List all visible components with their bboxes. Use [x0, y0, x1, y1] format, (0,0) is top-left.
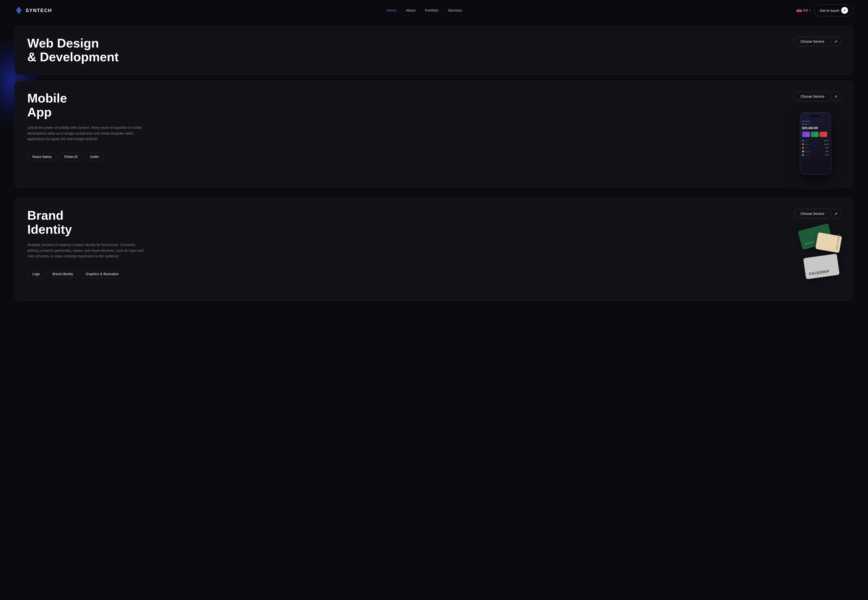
phone-row-dot-2 — [802, 143, 804, 145]
brand-identity-tags: Logo Brand identity Graphics & Illustrat… — [27, 270, 515, 278]
tag-brand-identity[interactable]: Brand identity — [47, 270, 78, 278]
phone-row-2: Salary +$3,400 — [802, 142, 828, 146]
tag-flutterjs[interactable]: FlutterJS — [59, 153, 83, 161]
logo-text: SYNTECH — [26, 8, 52, 13]
nav-link-home[interactable]: Home — [387, 8, 396, 12]
tag-logo[interactable]: Logo — [27, 270, 45, 278]
phone-row-value-4: -$204 — [825, 151, 828, 152]
svg-point-35 — [11, 50, 12, 51]
nav-link-portfolio[interactable]: Portfolio — [425, 8, 438, 12]
nav-link-about[interactable]: About — [406, 8, 415, 12]
svg-point-175 — [11, 111, 12, 112]
phone-row-1: Netflix -$14.99 — [802, 139, 828, 142]
svg-point-23 — [2, 46, 3, 47]
brand-card-consultant: CONSULTANT — [815, 232, 842, 253]
phone-transaction-rows: Netflix -$14.99 Salary +$3,400 Rent — [802, 139, 828, 157]
svg-point-24 — [6, 46, 7, 47]
svg-point-75 — [11, 68, 12, 68]
phone-app-name: ◈ syntech — [802, 120, 828, 122]
tag-graphics-illustration[interactable]: Graphics & Illustration — [81, 270, 124, 278]
phone-row-text-4: Shopping — [805, 151, 825, 152]
svg-point-134 — [6, 94, 7, 94]
phone-cards-row — [802, 132, 828, 137]
svg-point-106 — [15, 81, 16, 82]
nav-link-services[interactable]: Services — [448, 8, 462, 12]
svg-point-102 — [41, 76, 42, 77]
svg-point-155 — [11, 103, 12, 103]
brand-cards-visual: ✿ Reputy CONSULTANT FACEDRIP — [787, 227, 841, 289]
phone-notch — [810, 115, 820, 117]
nav-item-home[interactable]: Home — [387, 8, 396, 12]
web-design-arrow-button[interactable]: ↗ — [831, 36, 841, 47]
svg-point-104 — [6, 81, 7, 82]
tag-kotlin[interactable]: Kotlin — [85, 153, 104, 161]
nav-links: Home About Portfolio Services — [387, 8, 462, 12]
svg-point-65 — [11, 64, 12, 64]
mobile-app-description: Unlock the power of mobility with Syntec… — [27, 125, 148, 142]
svg-point-64 — [6, 64, 7, 64]
svg-point-96 — [15, 76, 16, 77]
svg-point-83 — [2, 72, 3, 73]
brand-identity-description: Strategic process of creating a unique i… — [27, 242, 148, 259]
phone-row-value-5: -$120 — [825, 155, 828, 156]
mobile-app-arrow-button[interactable]: ↗ — [831, 91, 841, 102]
mobile-app-choose-service-button[interactable]: Choose Service — [794, 92, 831, 101]
phone-row-4: Shopping -$204 — [802, 150, 828, 153]
svg-point-163 — [2, 107, 3, 108]
svg-point-97 — [20, 76, 20, 77]
svg-point-105 — [11, 81, 12, 82]
nav-item-portfolio[interactable]: Portfolio — [425, 8, 438, 12]
svg-point-145 — [11, 98, 12, 99]
svg-point-99 — [28, 76, 29, 77]
svg-point-55 — [11, 59, 12, 60]
nav-item-services[interactable]: Services — [448, 8, 462, 12]
logo-icon — [14, 7, 23, 14]
phone-row-value-3: -$850 — [825, 147, 828, 148]
svg-point-125 — [11, 89, 12, 90]
brand-identity-choose-group: Choose Service ↗ — [794, 209, 841, 219]
svg-point-4 — [6, 37, 7, 38]
brand-identity-choose-service-button[interactable]: Choose Service — [794, 209, 831, 218]
svg-point-3 — [2, 37, 3, 38]
mobile-app-tags: React Native FlutterJS Kotlin — [27, 153, 515, 161]
svg-point-164 — [6, 107, 7, 108]
svg-point-174 — [6, 111, 7, 112]
web-design-card: Web Design & Development Choose Service … — [14, 26, 854, 75]
nav-item-about[interactable]: About — [406, 8, 415, 12]
svg-point-74 — [6, 68, 7, 68]
language-selector[interactable]: EN ▾ — [797, 8, 811, 12]
svg-point-135 — [11, 94, 12, 94]
svg-point-14 — [6, 42, 7, 42]
phone-row-dot-3 — [802, 147, 804, 149]
mobile-app-card: Mobile App Unlock the power of mobility … — [14, 80, 854, 188]
svg-point-25 — [11, 46, 12, 47]
get-in-touch-label: Get in touch — [820, 8, 839, 12]
navbar: SYNTECH Home About Portfolio Services EN… — [0, 0, 868, 21]
svg-point-100 — [33, 76, 33, 77]
svg-point-94 — [6, 76, 7, 77]
brand-identity-arrow-button[interactable]: ↗ — [831, 209, 841, 219]
svg-point-33 — [2, 50, 3, 51]
phone-screen: ◈ syntech Balance $20,460.89 Netflix — [800, 119, 831, 158]
mobile-app-title: Mobile App — [27, 91, 515, 119]
svg-point-103 — [2, 81, 3, 82]
svg-point-53 — [2, 59, 3, 60]
svg-point-85 — [11, 72, 12, 73]
brand-card-consultant-text: CONSULTANT — [835, 234, 841, 251]
phone-row-text-2: Salary — [805, 144, 823, 145]
logo[interactable]: SYNTECH — [14, 7, 52, 14]
get-in-touch-button[interactable]: Get in touch ↗ — [814, 5, 854, 17]
chevron-down-icon: ▾ — [809, 9, 811, 12]
phone-mockup: ◈ syntech Balance $20,460.89 Netflix — [794, 112, 837, 177]
svg-point-93 — [2, 76, 3, 77]
svg-point-43 — [2, 55, 3, 56]
svg-point-45 — [11, 55, 12, 56]
phone-row-dot-4 — [802, 150, 804, 152]
phone-row-3: Rent -$850 — [802, 146, 828, 150]
web-design-choose-service-button[interactable]: Choose Service — [794, 37, 831, 46]
svg-point-153 — [2, 103, 3, 103]
phone-row-value-1: -$14.99 — [824, 140, 828, 141]
phone-card-orange — [819, 132, 827, 137]
tag-react-native[interactable]: React Native — [27, 153, 57, 161]
brand-card-facedrip: FACEDRIP — [803, 254, 840, 279]
